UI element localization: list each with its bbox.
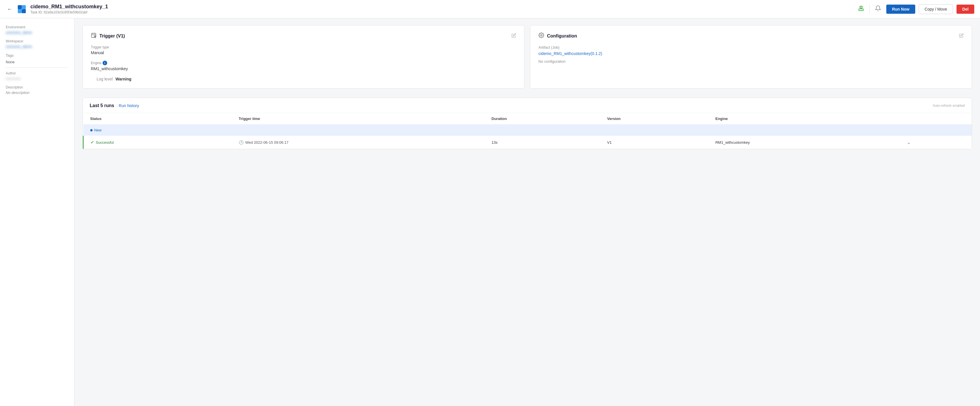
author-value: xxxxxxxx xyxy=(6,76,68,81)
status-successful: ✔ Successful xyxy=(91,140,225,145)
trigger-card: Trigger (V1) Trigger type Manual xyxy=(83,25,524,89)
expand-cell: ⌄ xyxy=(900,136,972,149)
engine-value: RM1_withcustomkey xyxy=(91,67,516,71)
engine-info-icon[interactable]: i xyxy=(103,61,107,65)
duration-cell xyxy=(485,125,600,136)
main-layout: Environment: xxxxxxxx_demo Workspace: xx… xyxy=(0,18,980,406)
svg-rect-0 xyxy=(18,5,22,9)
status-new-label: New xyxy=(94,128,102,132)
trigger-time-cell: 🕐 Wed 2022-06-15 09:06:17 xyxy=(232,136,485,149)
col-engine: Engine xyxy=(708,113,900,125)
actions-cell xyxy=(900,125,972,136)
col-status: Status xyxy=(83,113,232,125)
status-cell: New xyxy=(83,125,232,136)
trigger-card-header: Trigger (V1) xyxy=(91,32,516,40)
trigger-type-label: Trigger type xyxy=(91,45,516,49)
environment-label: Environment: xyxy=(6,25,68,29)
trigger-type-value: Manual xyxy=(91,51,516,55)
col-duration: Duration xyxy=(485,113,600,125)
trigger-edit-button[interactable] xyxy=(511,33,516,39)
svg-rect-2 xyxy=(18,9,22,13)
artifact-link[interactable]: cidemo_RM1_withcustomkey(0.1.2) xyxy=(538,51,602,56)
col-version: Version xyxy=(600,113,709,125)
config-card-header: Configuration xyxy=(538,32,964,40)
run-history-link[interactable]: Run history xyxy=(119,103,139,108)
engine-label: Engine i xyxy=(91,61,516,65)
log-level-value: Warning xyxy=(116,77,131,81)
description-value: No description xyxy=(6,90,68,95)
new-status-dot xyxy=(90,129,92,132)
workspace-value: xxxxxxxx_demo xyxy=(6,44,68,49)
config-icon xyxy=(538,32,544,40)
svg-rect-1 xyxy=(22,5,26,9)
notification-bell-button[interactable] xyxy=(873,3,883,14)
config-title-row: Configuration xyxy=(538,32,577,40)
duration-value: 13s xyxy=(485,136,600,149)
tags-title: Tags xyxy=(6,53,68,57)
runs-header: Last 5 runs Run history Auto-refresh ena… xyxy=(83,98,972,113)
environment-value: xxxxxxxx_demo xyxy=(6,30,68,35)
status-successful-label: Successful xyxy=(96,140,114,144)
app-logo xyxy=(17,5,26,14)
task-id: Task ID: 62a9a103c0c85f3e59b02abf xyxy=(30,10,856,14)
trigger-card-title: Trigger (V1) xyxy=(99,33,125,39)
description-label: Description xyxy=(6,85,68,89)
header-actions: Run Now Copy / Move Del xyxy=(856,3,974,14)
expand-row-button[interactable]: ⌄ xyxy=(907,139,911,146)
config-card-title: Configuration xyxy=(547,33,577,39)
log-level-row: Log level Warning xyxy=(91,77,516,81)
config-card: Configuration Artifact (Job) cidemo_RM1_… xyxy=(530,25,972,89)
trigger-time-with-icon: 🕐 Wed 2022-06-15 09:06:17 xyxy=(239,140,478,144)
clock-icon: 🕐 xyxy=(239,140,243,144)
runs-table-body: New ✔ Successf xyxy=(83,125,972,149)
header-title-block: cidemo_RM1_withcustomkey_1 Task ID: 62a9… xyxy=(30,4,856,14)
main-content: Trigger (V1) Trigger type Manual xyxy=(75,18,980,406)
trigger-title-row: Trigger (V1) xyxy=(91,32,125,40)
col-actions xyxy=(900,113,972,125)
author-label: Author xyxy=(6,71,68,75)
version-cell xyxy=(600,125,709,136)
extension-icon-button[interactable] xyxy=(856,3,866,14)
log-level-label: Log level xyxy=(91,77,113,81)
no-config-text: No configuration xyxy=(538,59,964,63)
copy-move-button[interactable]: Copy / Move xyxy=(919,4,953,14)
status-new: New xyxy=(90,128,225,132)
success-check-icon: ✔ xyxy=(91,140,94,145)
engine-value-cell: RM1_withcustomkey xyxy=(708,136,900,149)
sidebar-divider xyxy=(6,68,68,68)
trigger-icon xyxy=(91,32,97,40)
col-trigger-time: Trigger time xyxy=(232,113,485,125)
header: ← cidemo_RM1_withcustomkey_1 Task ID: 62… xyxy=(0,0,980,18)
tags-value: None xyxy=(6,60,68,64)
config-edit-button[interactable] xyxy=(959,33,964,39)
page-title: cidemo_RM1_withcustomkey_1 xyxy=(30,4,856,10)
header-divider xyxy=(869,5,870,14)
table-row: New xyxy=(83,125,972,136)
cards-row: Trigger (V1) Trigger type Manual xyxy=(83,25,972,89)
run-now-button[interactable]: Run Now xyxy=(886,5,915,14)
svg-rect-3 xyxy=(22,9,26,13)
auto-refresh-text: Auto-refresh enabled xyxy=(933,104,965,108)
svg-point-10 xyxy=(541,35,542,36)
engine-group: Engine i RM1_withcustomkey xyxy=(91,61,516,71)
runs-table: Status Trigger time Duration Version Eng… xyxy=(83,113,972,149)
runs-section: Last 5 runs Run history Auto-refresh ena… xyxy=(83,98,972,149)
runs-title: Last 5 runs xyxy=(90,103,114,108)
back-button[interactable]: ← xyxy=(6,5,14,13)
workspace-label: Workspace: xyxy=(6,39,68,43)
version-value: V1 xyxy=(600,136,709,149)
runs-table-header: Status Trigger time Duration Version Eng… xyxy=(83,113,972,125)
artifact-label: Artifact (Job) xyxy=(538,45,964,49)
svg-rect-4 xyxy=(859,9,864,11)
engine-cell xyxy=(708,125,900,136)
trigger-type-group: Trigger type Manual xyxy=(91,45,516,55)
trigger-time-cell xyxy=(232,125,485,136)
trigger-time-value: Wed 2022-06-15 09:06:17 xyxy=(245,140,288,144)
runs-title-row: Last 5 runs Run history xyxy=(90,103,139,108)
delete-button[interactable]: Del xyxy=(956,5,974,14)
status-cell: ✔ Successful xyxy=(83,136,232,149)
table-row: ✔ Successful 🕐 Wed 2022-06-15 09:06:17 1… xyxy=(83,136,972,149)
sidebar: Environment: xxxxxxxx_demo Workspace: xx… xyxy=(0,18,75,406)
